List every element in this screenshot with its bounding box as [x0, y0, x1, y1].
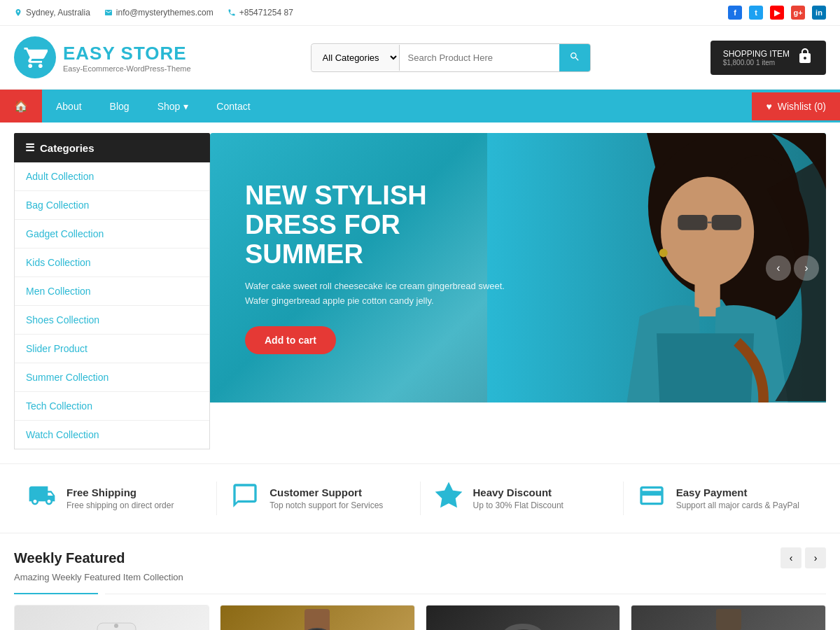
svg-rect-14 [304, 609, 330, 630]
weekly-section: Weekly Featured ‹ › Amazing Weekly Featu… [0, 533, 840, 630]
weekly-prev-button[interactable]: ‹ [780, 547, 802, 568]
google-icon[interactable]: g+ [791, 6, 805, 20]
search-bar[interactable]: All Categories [311, 43, 591, 72]
category-select[interactable]: All Categories [312, 45, 400, 71]
heart-icon: ♥ [766, 101, 771, 112]
products-grid: 12 3 6 9 [14, 605, 826, 630]
sidebar-item-adult[interactable]: Adult Collection [15, 162, 209, 191]
star-icon [435, 482, 463, 515]
nav-blog[interactable]: Blog [96, 91, 144, 122]
sidebar-item-summer[interactable]: Summer Collection [15, 363, 209, 392]
truck-icon [28, 482, 56, 515]
top-bar-left: Sydney, Australia info@mysterythemes.com… [14, 8, 293, 18]
chevron-down-icon: ▾ [183, 101, 188, 112]
feature-discount-desc: Up to 30% Flat Discount [473, 500, 564, 510]
hero-description: Wafer cake sweet roll cheesecake ice cre… [245, 279, 514, 309]
header: EASY STORE Easy-Ecommerce-WordPress-Them… [0, 26, 840, 90]
hero-background: NEW STYLISH DRESS FOR SUMMER Wafer cake … [210, 133, 826, 402]
navigation: 🏠 About Blog Shop ▾ Contact ♥ Wishlist (… [0, 90, 840, 122]
product-card-1[interactable] [14, 605, 209, 630]
feature-shipping-desc: Free shipping on direct order [66, 500, 174, 510]
product-image-4: EA [631, 606, 825, 630]
phone-info: +85471254 87 [227, 8, 293, 18]
social-icons: f t ▶ g+ in [728, 6, 826, 20]
top-bar: Sydney, Australia info@mysterythemes.com… [0, 0, 840, 26]
weekly-subtitle: Amazing Weekly Featured Item Collection [14, 572, 826, 582]
features-section: Free Shipping Free shipping on direct or… [0, 463, 840, 533]
location-info: Sydney, Australia [14, 8, 90, 18]
product-card-2[interactable]: 12 3 6 9 [220, 605, 415, 630]
hero-next-button[interactable]: › [794, 255, 819, 281]
cart-button[interactable]: SHOPPING ITEM $1,800.00 1 item [710, 41, 826, 75]
sidebar: ☰ Categories Adult Collection Bag Collec… [14, 133, 210, 449]
youtube-icon[interactable]: ▶ [770, 6, 784, 20]
feature-support-desc: Top notch support for Services [270, 500, 383, 510]
product-card-4[interactable]: EA [631, 605, 826, 630]
logo[interactable]: EASY STORE Easy-Ecommerce-WordPress-Them… [14, 36, 191, 78]
feature-payment-desc: Support all major cards & PayPal [676, 500, 799, 510]
svg-rect-34 [716, 609, 741, 630]
chat-icon [231, 482, 259, 515]
hero-content: NEW STYLISH DRESS FOR SUMMER Wafer cake … [210, 153, 549, 382]
cart-info: SHOPPING ITEM $1,800.00 1 item [723, 49, 790, 66]
feature-discount-title: Heavy Discount [473, 486, 564, 498]
svg-rect-3 [678, 215, 707, 230]
nav-left: 🏠 About Blog Shop ▾ Contact [0, 90, 265, 122]
feature-customer-support: Customer Support Top notch support for S… [217, 482, 420, 515]
hero-prev-button[interactable]: ‹ [766, 255, 791, 281]
sidebar-header: ☰ Categories [14, 133, 210, 162]
nav-shop[interactable]: Shop ▾ [144, 91, 203, 122]
email-info: info@mysterythemes.com [104, 8, 214, 18]
svg-point-7 [659, 248, 668, 257]
weekly-title: Weekly Featured [14, 550, 125, 566]
nav-contact[interactable]: Contact [202, 91, 264, 122]
sidebar-item-shoes[interactable]: Shoes Collection [15, 306, 209, 335]
sidebar-item-gadget[interactable]: Gadget Collection [15, 220, 209, 248]
feature-free-shipping: Free Shipping Free shipping on direct or… [14, 482, 217, 515]
main-layout: ☰ Categories Adult Collection Bag Collec… [0, 133, 840, 449]
weekly-nav: ‹ › [780, 547, 826, 568]
feature-support-title: Customer Support [270, 486, 383, 498]
hero-title: NEW STYLISH DRESS FOR SUMMER [245, 181, 514, 269]
sidebar-item-tech[interactable]: Tech Collection [15, 392, 209, 421]
sidebar-item-slider[interactable]: Slider Product [15, 335, 209, 363]
weekly-next-button[interactable]: › [805, 547, 826, 568]
product-image-3 [426, 606, 620, 630]
hero-banner: NEW STYLISH DRESS FOR SUMMER Wafer cake … [210, 133, 826, 449]
logo-text: EASY STORE Easy-Ecommerce-WordPress-Them… [63, 43, 191, 73]
feature-heavy-discount: Heavy Discount Up to 30% Flat Discount [421, 482, 624, 515]
product-image-2: 12 3 6 9 [220, 606, 414, 630]
cart-icon [797, 48, 813, 68]
hero-add-to-cart-button[interactable]: Add to cart [245, 326, 336, 354]
svg-point-2 [661, 176, 754, 286]
search-input[interactable] [400, 46, 559, 70]
search-button[interactable] [559, 44, 590, 71]
feature-payment-title: Easy Payment [676, 486, 799, 498]
nav-about[interactable]: About [42, 91, 96, 122]
weekly-header: Weekly Featured ‹ › [14, 547, 826, 568]
sidebar-item-men[interactable]: Men Collection [15, 277, 209, 306]
svg-point-10 [114, 624, 118, 628]
facebook-icon[interactable]: f [728, 6, 742, 20]
sidebar-list: Adult Collection Bag Collection Gadget C… [14, 162, 210, 449]
logo-icon [14, 36, 56, 78]
product-card-3[interactable] [426, 605, 621, 630]
twitter-icon[interactable]: t [749, 6, 763, 20]
feature-shipping-title: Free Shipping [66, 486, 174, 498]
svg-rect-4 [712, 215, 741, 230]
nav-home-button[interactable]: 🏠 [0, 90, 42, 122]
sidebar-item-kids[interactable]: Kids Collection [15, 248, 209, 277]
feature-easy-payment: Easy Payment Support all major cards & P… [624, 482, 826, 515]
hamburger-icon: ☰ [25, 141, 34, 154]
sidebar-item-bag[interactable]: Bag Collection [15, 191, 209, 220]
card-icon [638, 482, 666, 515]
product-image-1 [15, 606, 209, 630]
sidebar-item-watch[interactable]: Watch Collection [15, 421, 209, 449]
wishlist-button[interactable]: ♥ Wishlist (0) [752, 92, 840, 120]
linkedin-icon[interactable]: in [812, 6, 826, 20]
